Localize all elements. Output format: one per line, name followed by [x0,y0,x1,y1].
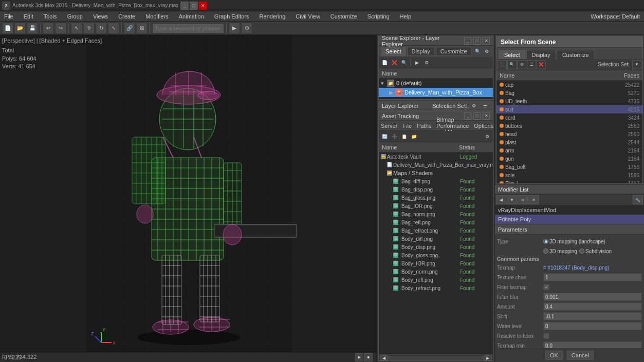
asset-row-file[interactable]: 🖼 Bag_IOR.png Found [379,202,493,210]
se-search-btn[interactable]: 🔍 [474,47,482,56]
asset-row-file[interactable]: 🖼 Bag_refl.png Found [379,218,493,226]
scene-tree[interactable]: Name ▾ 📁 0 (default) ▶ 📦 Delivery_Man_wi… [379,68,493,99]
sfs-tb-btn-4[interactable]: ☰ [527,60,536,69]
close-button[interactable]: ✕ [199,2,207,10]
sfs-object-row[interactable]: UD_teeth 4736 [496,97,642,105]
link-button[interactable]: 🔗 [124,23,135,34]
menu-views[interactable]: Views [91,13,110,20]
asset-row-file[interactable]: 🖼 Bag_disp.png Found [379,185,493,194]
asset-row-vault[interactable]: 🔒 Autodesk Vault Logged [379,153,493,161]
menu-graph-editors[interactable]: Graph Editors [212,13,251,20]
asset-file-list[interactable]: Name Status 🔒 Autodesk Vault Logged 📄 De… [379,142,493,354]
at-menu-paths[interactable]: Paths [417,123,431,129]
stop-button[interactable]: ■ [364,353,373,361]
param-relbbox-checkbox[interactable] [543,333,549,339]
sfs-tb-btn-2[interactable]: 🔍 [507,60,517,69]
param-water-input[interactable] [545,323,640,329]
asset-row-maps[interactable]: 📂 Maps / Shaders [379,169,493,177]
le-tb-btn-1[interactable]: ⚙ [469,101,479,110]
sfs-object-row[interactable]: cord 3424 [496,113,642,122]
param-texmap-value[interactable]: # #1018347 (Body_disp.png) [543,265,642,271]
sfs-object-row[interactable]: suit 4215 [496,105,642,113]
param-filterblur-value[interactable] [543,293,642,301]
param-texmin-input[interactable] [545,343,640,349]
scrollbar-left[interactable]: ◀ [380,355,388,360]
asset-scrollbar[interactable]: ◀ ▶ [379,354,493,360]
menu-create[interactable]: Create [116,13,137,20]
radio-3d-mapping[interactable]: 3D mapping [543,249,577,254]
asset-row-file[interactable]: 🖼 Bag_gloss.png Found [379,194,493,202]
modifier-vray-disp[interactable]: vRayDisplacementMod [495,205,644,215]
mod-tb-btn-4[interactable]: ✕ [528,195,539,204]
new-button[interactable]: 📄 [2,23,13,34]
param-filter-checkbox[interactable]: ✓ [543,284,549,290]
cancel-button[interactable]: Cancel [567,351,594,360]
modifier-editable-poly[interactable]: Editable Poly [495,215,644,224]
at-menu-options[interactable]: Options [474,123,493,129]
param-shift-value[interactable] [543,312,642,320]
asset-row-file[interactable]: 🖼 Body_disp.png Found [379,243,493,251]
sfs-tb-btn-1[interactable]: ⬛ [498,60,507,69]
tree-item-default[interactable]: ▾ 📁 0 (default) [379,79,493,88]
at-tb-btn-4[interactable]: 📁 [409,132,418,141]
param-water-value[interactable] [543,322,642,330]
unlink-button[interactable]: ⛓ [136,23,148,34]
sfs-object-row[interactable]: Bag_belt 1756 [496,163,642,171]
save-button[interactable]: 💾 [27,23,38,34]
move-button[interactable]: ✛ [83,23,95,34]
menu-edit[interactable]: Edit [22,13,35,20]
se-tb-btn-4[interactable]: ▶ [412,58,421,67]
scene-explorer-maximize[interactable]: □ [473,37,481,45]
asset-row-maxfile[interactable]: 📄 Delivery_Man_with_Pizza_Box_max_vray.m… [379,161,493,169]
menu-modifiers[interactable]: Modifiers [143,13,171,20]
menu-group[interactable]: Group [65,13,85,20]
tab-display[interactable]: Display [407,47,435,56]
se-tb-btn-1[interactable]: 📄 [380,58,389,67]
sfs-object-list[interactable]: Name Faces cap 25422 Bag 5271 UD_teeth 4… [496,70,642,183]
sfs-object-row[interactable]: gun 2164 [496,155,642,163]
sfs-object-row[interactable]: sole 1586 [496,171,642,179]
scrollbar-track[interactable] [388,356,484,360]
render-settings-button[interactable]: ⚙ [241,23,252,34]
menu-help[interactable]: Help [398,13,414,20]
radio-subdivision[interactable]: Subdivision [579,249,612,254]
asset-row-file[interactable]: 🖼 Body_refl.png Found [379,276,493,284]
param-filterblur-input[interactable] [545,294,640,300]
mod-tb-btn-5[interactable]: 🔧 [633,195,643,204]
scrollbar-right[interactable]: ▶ [484,355,492,360]
at-menu-server[interactable]: Server [381,123,397,129]
tab-select[interactable]: Select [381,47,406,56]
sfs-object-row[interactable]: arm 2164 [496,146,642,155]
ok-button[interactable]: OK [545,351,563,360]
menu-customize[interactable]: Customize [328,13,359,20]
asset-row-file[interactable]: 🖼 Bag_diff.png Found [379,177,493,185]
sfs-object-row[interactable]: Bag 5271 [496,89,642,97]
se-tb-btn-3[interactable]: 🔍 [399,58,409,67]
sfs-object-row[interactable]: cap 25422 [496,81,642,89]
sfs-object-row[interactable]: buttons 2560 [496,122,642,130]
asset-row-file[interactable]: 🖼 Body_norm.png Found [379,268,493,276]
at-tb-btn-5[interactable]: ⚙ [483,132,492,141]
at-tb-btn-2[interactable]: ➕ [390,132,399,141]
render-button[interactable]: ▶ [229,23,240,34]
menu-scripting[interactable]: Scripting [365,13,392,20]
redo-button[interactable]: ↪ [55,23,66,34]
asset-row-file[interactable]: 🖼 Body_refract.png Found [379,284,493,292]
mod-tb-btn-2[interactable]: ▼ [507,195,517,204]
at-close[interactable]: ✕ [483,112,490,120]
minimize-button[interactable]: _ [180,2,189,10]
menu-file[interactable]: File [2,13,15,20]
param-texchan-value[interactable] [543,273,642,281]
param-texchan-input[interactable] [545,275,640,280]
scene-explorer-minimize[interactable]: _ [464,37,471,45]
sfs-object-row[interactable]: Eye_L 1412 [496,179,642,183]
asset-row-file[interactable]: 🖼 Bag_norm.png Found [379,210,493,218]
se-tb-btn-5[interactable]: ⚙ [422,58,431,67]
sfs-tb-btn-5[interactable]: ❌ [537,60,546,69]
le-tb-btn-2[interactable]: ☰ [481,101,490,110]
scene-explorer-close[interactable]: ✕ [483,37,490,45]
at-tb-btn-3[interactable]: 📋 [399,132,409,141]
at-maximize[interactable]: □ [473,112,481,120]
at-menu-file[interactable]: File [402,123,412,129]
menu-tools[interactable]: Tools [42,13,59,20]
